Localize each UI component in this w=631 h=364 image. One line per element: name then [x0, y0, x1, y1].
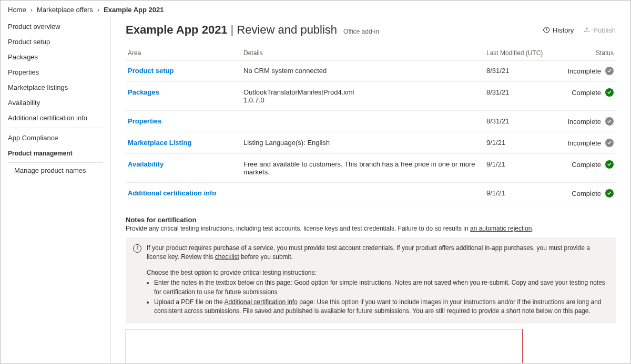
table-row: Properties8/31/21Incomplete [126, 111, 616, 132]
area-link[interactable]: Properties [128, 117, 161, 125]
row-date: 9/1/21 [484, 154, 553, 183]
row-details [241, 111, 484, 132]
check-icon [605, 189, 614, 197]
row-status: Incomplete [567, 117, 614, 126]
sidebar-item-setup[interactable]: Product setup [1, 34, 110, 49]
row-date: 9/1/21 [484, 132, 553, 154]
row-details: Free and available to customers. This br… [241, 154, 484, 183]
row-date: 9/1/21 [484, 183, 553, 204]
page-title: Example App 2021 | Review and publish Of… [126, 23, 379, 37]
row-date: 8/31/21 [484, 111, 553, 132]
row-status: Incomplete [567, 67, 614, 75]
row-status: Complete [572, 189, 614, 197]
area-link[interactable]: Availability [128, 160, 164, 168]
breadcrumb-offers[interactable]: Marketplace offers [37, 6, 93, 14]
sidebar-item-packages[interactable]: Packages [1, 49, 110, 65]
info-bullet-1: Enter the notes in the textbox below on … [154, 278, 608, 297]
sidebar: Product overview Product setup Packages … [1, 17, 111, 363]
col-area: Area [126, 46, 241, 60]
row-status: Incomplete [567, 139, 614, 147]
row-status: Complete [572, 88, 614, 97]
main-content: Example App 2021 | Review and publish Of… [111, 17, 630, 363]
chevron-right-icon: › [30, 6, 33, 14]
sidebar-item-availability[interactable]: Availability [1, 95, 110, 110]
sidebar-item-cert-info[interactable]: Additional certification info [1, 110, 110, 126]
col-details: Details [241, 46, 484, 60]
breadcrumb-home[interactable]: Home [8, 6, 26, 14]
divider [8, 128, 103, 128]
row-date: 8/31/21 [484, 82, 553, 111]
info-text: If your product requires purchase of a s… [147, 244, 608, 262]
table-row: Additional certification info9/1/21Compl… [126, 183, 616, 204]
sidebar-item-manage-names[interactable]: Manage product names [1, 163, 110, 178]
publish-header-label: Publish [593, 26, 616, 34]
incomplete-icon [605, 67, 614, 75]
history-button[interactable]: History [543, 26, 574, 34]
check-icon [605, 160, 614, 169]
title-separator: | [231, 23, 234, 37]
area-link[interactable]: Packages [128, 88, 159, 96]
sidebar-item-properties[interactable]: Properties [1, 65, 110, 80]
info-choose-text: Choose the best option to provide critic… [147, 268, 608, 277]
breadcrumb-current: Example App 2021 [104, 6, 164, 14]
checklist-link[interactable]: checklist [215, 253, 239, 261]
table-row: AvailabilityFree and available to custom… [126, 154, 616, 183]
col-status: Status [553, 46, 616, 60]
sidebar-item-overview[interactable]: Product overview [1, 19, 110, 34]
header-actions: History Publish [543, 26, 616, 34]
area-link[interactable]: Marketplace Listing [128, 139, 191, 147]
notes-heading: Notes for certification [126, 216, 616, 224]
row-details: No CRM system connected [241, 60, 484, 82]
page-header: Example App 2021 | Review and publish Of… [126, 23, 616, 37]
row-details [241, 183, 484, 204]
sidebar-section-product-management: Product management [1, 145, 110, 160]
notes-textarea[interactable] [126, 329, 523, 363]
sidebar-item-listings[interactable]: Marketplace listings [1, 80, 110, 95]
check-icon [605, 88, 614, 97]
chevron-right-icon: › [97, 6, 99, 14]
incomplete-icon [605, 139, 614, 147]
row-status: Complete [572, 160, 614, 169]
page-title-app: Example App 2021 [126, 23, 228, 37]
info-callout: i If your product requires purchase of a… [126, 237, 616, 324]
table-row: PackagesOutlookTranslatorManifestProd4.x… [126, 82, 616, 111]
row-details: OutlookTranslatorManifestProd4.xml1.0.7.… [241, 82, 484, 111]
table-row: Product setupNo CRM system connected8/31… [126, 60, 616, 82]
history-label: History [553, 26, 574, 34]
info-bullet-2: Upload a PDF file on the Additional cert… [154, 298, 608, 316]
row-date: 8/31/21 [484, 60, 553, 82]
breadcrumb: Home › Marketplace offers › Example App … [1, 1, 630, 17]
publish-icon [583, 26, 591, 34]
area-link[interactable]: Additional certification info [128, 189, 216, 197]
page-title-tag: Office add-in [343, 28, 379, 35]
additional-cert-link[interactable]: Additional certification info [224, 298, 297, 306]
page-title-subtitle: Review and publish [237, 23, 337, 37]
sidebar-item-compliance[interactable]: App Compliance [1, 130, 110, 145]
row-details: Listing Language(s): English [241, 132, 484, 154]
publish-header-button: Publish [583, 26, 616, 34]
area-link[interactable]: Product setup [128, 67, 174, 75]
notes-description: Provide any critical testing instruction… [126, 225, 616, 232]
table-row: Marketplace ListingListing Language(s): … [126, 132, 616, 154]
info-icon: i [133, 244, 141, 253]
incomplete-icon [605, 117, 614, 126]
summary-table: Area Details Last Modified (UTC) Status … [126, 46, 616, 204]
automatic-rejection-link[interactable]: an automatic rejection [470, 225, 532, 232]
history-icon [543, 26, 550, 34]
col-modified: Last Modified (UTC) [484, 46, 553, 60]
